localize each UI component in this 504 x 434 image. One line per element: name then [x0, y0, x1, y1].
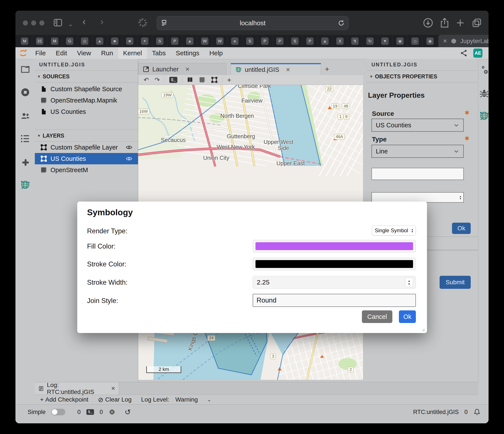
layer-item-custom-shapefile[interactable]: Custom Shapefile Layer: [35, 142, 138, 153]
stroke-color-input[interactable]: [253, 258, 416, 270]
history-icon[interactable]: ↺: [125, 408, 131, 416]
pinned-tab[interactable]: X: [333, 35, 348, 47]
redo-button[interactable]: ↷: [152, 76, 162, 84]
join-style-select[interactable]: Round: [253, 294, 416, 307]
collaborators-icon[interactable]: [20, 111, 30, 121]
pinned-tab[interactable]: P: [272, 35, 288, 47]
menu-item[interactable]: Help: [204, 47, 228, 59]
tab-log-console[interactable]: Log: RTC:untitled.jGIS ✕: [35, 382, 119, 395]
identify-button[interactable]: [184, 77, 196, 83]
pinned-tab[interactable]: ▲: [92, 35, 107, 47]
pinned-tab[interactable]: ◉: [393, 35, 408, 47]
jupytergis-globe-icon[interactable]: [20, 180, 30, 190]
address-bar[interactable]: localhost: [157, 16, 349, 30]
ok-button-panel[interactable]: Ok: [452, 223, 471, 234]
new-launcher-button[interactable]: +: [321, 63, 333, 75]
extensions-icon[interactable]: [20, 157, 30, 167]
pinned-tab[interactable]: 31: [32, 35, 47, 47]
source-item-custom-shapefile[interactable]: Custom Shapefile Source: [35, 83, 138, 95]
pinned-tab[interactable]: S: [152, 35, 167, 47]
share-document-icon[interactable]: [460, 49, 468, 57]
pinned-tab[interactable]: ◎: [77, 35, 92, 47]
active-browser-tab[interactable]: ✕ JupyterLab: [439, 35, 488, 47]
add-layer-button[interactable]: +: [224, 76, 234, 84]
pinned-tab[interactable]: ■: [107, 35, 122, 47]
log-level-select[interactable]: Warning ⌄: [175, 396, 211, 403]
layers-section-header[interactable]: ▾ LAYERS: [35, 129, 138, 142]
pinned-tab[interactable]: W: [197, 35, 212, 47]
pinned-tab[interactable]: ◇: [408, 35, 423, 47]
close-tab-icon[interactable]: ✕: [286, 67, 290, 73]
layer-item-us-counties[interactable]: US Counties: [35, 153, 138, 164]
source-item-openstreetmap[interactable]: OpenStreetMap.Mapnik: [35, 95, 138, 106]
pinned-tab[interactable]: W: [212, 35, 227, 47]
pinned-tab[interactable]: S: [243, 35, 257, 47]
pinned-tab[interactable]: ◉: [423, 35, 438, 47]
sidebar-toggle-icon[interactable]: [53, 18, 63, 28]
menu-item[interactable]: Run: [96, 47, 118, 59]
undo-button[interactable]: ↶: [141, 76, 152, 84]
visibility-eye-icon[interactable]: [126, 144, 132, 151]
user-avatar[interactable]: AE: [473, 49, 482, 58]
add-checkpoint-button[interactable]: + Add Checkpoint: [40, 396, 88, 403]
clear-log-button[interactable]: ⊘ Clear Log: [98, 396, 132, 404]
close-tab-icon[interactable]: ✕: [185, 66, 190, 72]
pinned-tab[interactable]: S: [288, 35, 303, 47]
running-kernels-icon[interactable]: [20, 87, 30, 97]
source-select[interactable]: US Counties: [371, 119, 464, 132]
console-button[interactable]: $_: [166, 77, 180, 83]
menu-item[interactable]: File: [30, 47, 51, 59]
pinned-tab[interactable]: e: [227, 35, 243, 47]
forward-button[interactable]: ›: [100, 17, 104, 26]
downloads-icon[interactable]: [423, 17, 434, 28]
add-raster-layer-button[interactable]: [196, 77, 208, 83]
kernel-chip-icon[interactable]: [108, 408, 116, 416]
visibility-eye-icon[interactable]: [126, 155, 132, 162]
pinned-tab[interactable]: ▼: [378, 35, 393, 47]
share-icon[interactable]: [439, 17, 450, 28]
type-select[interactable]: Line: [371, 145, 464, 158]
opacity-spinner-input[interactable]: ▴ ▾: [371, 192, 464, 203]
pinned-tab[interactable]: ■: [122, 35, 137, 47]
reload-icon[interactable]: [338, 19, 345, 27]
window-minimize-button[interactable]: [31, 20, 36, 26]
tab-overview-icon[interactable]: [471, 17, 482, 28]
new-tab-icon[interactable]: [455, 17, 466, 28]
window-zoom-button[interactable]: [39, 20, 45, 26]
spin-down-icon[interactable]: ▾: [459, 197, 461, 200]
render-type-select[interactable]: Single Symbol ▴▾: [372, 226, 416, 235]
pinned-tab[interactable]: ↻: [362, 35, 378, 47]
sources-section-header[interactable]: ▾ SOURCES: [35, 71, 138, 82]
pinned-tab[interactable]: ▲: [182, 35, 197, 47]
close-tab-icon[interactable]: ✕: [111, 385, 115, 392]
source-item-us-counties[interactable]: US Counties: [35, 106, 138, 117]
reader-icon[interactable]: [160, 19, 168, 27]
resize-handle-icon[interactable]: [420, 327, 425, 332]
name-input[interactable]: [371, 168, 464, 180]
menu-item[interactable]: Tabs: [147, 47, 171, 59]
bell-icon[interactable]: [473, 408, 481, 416]
tab-untitled-jgis[interactable]: untitled.jGIS ✕: [231, 63, 321, 75]
fill-color-input[interactable]: [253, 240, 416, 253]
kernel-count[interactable]: 0: [100, 409, 103, 416]
add-vector-layer-button[interactable]: [208, 77, 220, 83]
ok-button-dialog[interactable]: Ok: [399, 310, 416, 323]
pinned-tab[interactable]: ✶: [137, 35, 152, 47]
terminal-count[interactable]: 0: [77, 409, 81, 416]
debugger-bug-icon[interactable]: [479, 88, 488, 98]
sidebar-chevron-icon[interactable]: ⌄: [68, 19, 73, 29]
property-inspector-icon[interactable]: [479, 65, 488, 75]
pinned-tab[interactable]: ▲: [317, 35, 333, 47]
layer-item-openstreetmap[interactable]: OpenStreetM: [35, 164, 138, 176]
pinned-tab[interactable]: ↯: [348, 35, 362, 47]
window-close-button[interactable]: [23, 20, 28, 26]
simple-mode-toggle[interactable]: [51, 409, 65, 415]
table-of-contents-icon[interactable]: [20, 134, 30, 144]
submit-button[interactable]: Submit: [440, 276, 471, 289]
pinned-tab[interactable]: P: [167, 35, 182, 47]
pinned-tab[interactable]: G: [62, 35, 77, 47]
tab-launcher[interactable]: Launcher ✕: [138, 63, 226, 75]
number-spinner[interactable]: ▴▾: [405, 278, 413, 287]
file-browser-icon[interactable]: [20, 64, 30, 74]
pinned-tab[interactable]: P: [303, 35, 317, 47]
